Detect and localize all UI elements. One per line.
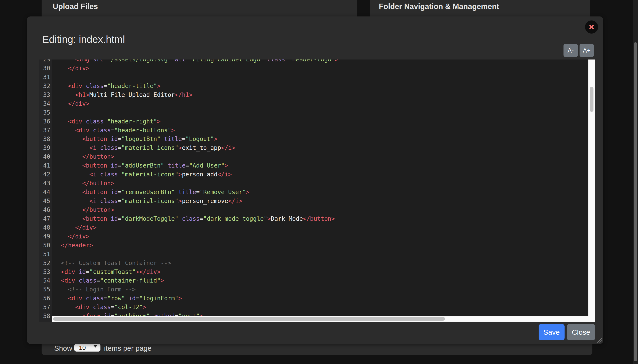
edit-file-modal: Editing: index.html A- A+ 29303132333435… bbox=[27, 16, 603, 344]
code-line: <div class="header-right"> bbox=[54, 117, 338, 126]
line-number: 41 bbox=[39, 161, 50, 170]
code-line bbox=[54, 108, 338, 117]
code-line: <button id="darkModeToggle" class="dark-… bbox=[54, 214, 338, 223]
upload-files-panel-header: Upload Files bbox=[42, 0, 357, 16]
folder-nav-panel-header: Folder Navigation & Management bbox=[370, 0, 590, 16]
code-line: <button id="removeUserBtn" title="Remove… bbox=[54, 188, 338, 197]
code-line: <img src="/assets/logo.svg" alt="Filing … bbox=[54, 60, 338, 64]
code-line: </button> bbox=[54, 206, 338, 214]
upload-files-title: Upload Files bbox=[53, 2, 98, 11]
editor-vscrollbar-track[interactable] bbox=[588, 60, 595, 322]
editor-vscrollbar-thumb[interactable] bbox=[590, 87, 594, 112]
line-number: 49 bbox=[39, 232, 50, 241]
close-button[interactable]: Close bbox=[567, 324, 595, 340]
line-number: 37 bbox=[39, 126, 50, 135]
code-editor[interactable]: 2930313233343536373839404142434445464748… bbox=[39, 60, 595, 322]
code-line: <div id="customToast"></div> bbox=[54, 268, 338, 276]
line-number: 43 bbox=[39, 179, 50, 188]
code-line: </header> bbox=[54, 241, 338, 250]
code-line: <i class="material-icons">exit_to_app</i… bbox=[54, 144, 338, 152]
code-line: </div> bbox=[54, 223, 338, 232]
code-line: </div> bbox=[54, 232, 338, 241]
line-numbers: 2930313233343536373839404142434445464748… bbox=[39, 60, 50, 320]
code-line: <button id="logoutBtn" title="Logout"> bbox=[54, 135, 338, 144]
code-line: </button> bbox=[54, 152, 338, 161]
code-line: <!-- Login Form --> bbox=[54, 285, 338, 294]
code-line: <div class="row" id="loginForm"> bbox=[54, 294, 338, 303]
line-number: 38 bbox=[39, 135, 50, 144]
page-scrollbar-thumb[interactable] bbox=[634, 42, 637, 361]
code-content[interactable]: <img src="/assets/logo.svg" alt="Filing … bbox=[54, 60, 338, 320]
code-line: </div> bbox=[54, 64, 338, 73]
code-line: <h1>Multi File Upload Editor</h1> bbox=[54, 90, 338, 100]
show-label: Show bbox=[54, 344, 72, 352]
line-number: 33 bbox=[39, 90, 50, 100]
items-per-page-label: items per page bbox=[104, 344, 152, 352]
line-number: 56 bbox=[39, 294, 50, 303]
line-number: 29 bbox=[39, 60, 50, 64]
line-number: 52 bbox=[39, 259, 50, 268]
line-number: 55 bbox=[39, 285, 50, 294]
line-number: 30 bbox=[39, 64, 50, 73]
code-line bbox=[54, 73, 338, 82]
line-number: 31 bbox=[39, 73, 50, 82]
font-increase-button[interactable]: A+ bbox=[580, 44, 594, 57]
folder-nav-title: Folder Navigation & Management bbox=[379, 2, 499, 11]
code-line: <div class="header-title"> bbox=[54, 82, 338, 90]
modal-close-button[interactable] bbox=[585, 20, 598, 34]
select-dropdown-arrow-icon bbox=[93, 345, 98, 348]
line-number: 53 bbox=[39, 268, 50, 276]
line-number: 54 bbox=[39, 276, 50, 285]
resize-grip-icon[interactable] bbox=[597, 338, 602, 343]
line-number: 35 bbox=[39, 108, 50, 117]
code-line: <div class="col-12"> bbox=[54, 303, 338, 312]
code-line: <div class="container-fluid"> bbox=[54, 276, 338, 285]
line-number: 58 bbox=[39, 312, 50, 320]
line-number: 39 bbox=[39, 144, 50, 152]
code-line: <i class="material-icons">person_add</i> bbox=[54, 170, 338, 179]
line-number: 46 bbox=[39, 206, 50, 214]
items-per-page-select[interactable]: 10 bbox=[74, 344, 100, 352]
page-scrollbar-track[interactable] bbox=[633, 0, 638, 364]
items-per-page-value: 10 bbox=[79, 344, 86, 351]
code-line: </div> bbox=[54, 100, 338, 108]
code-line: <button id="addUserBtn" title="Add User"… bbox=[54, 161, 338, 170]
line-number: 47 bbox=[39, 214, 50, 223]
line-number: 32 bbox=[39, 82, 50, 90]
line-number: 48 bbox=[39, 223, 50, 232]
editor-hscrollbar-thumb[interactable] bbox=[53, 317, 445, 321]
line-number: 51 bbox=[39, 250, 50, 259]
line-number: 57 bbox=[39, 303, 50, 312]
line-number: 50 bbox=[39, 241, 50, 250]
code-line: <div class="header-buttons"> bbox=[54, 126, 338, 135]
code-line: </button> bbox=[54, 179, 338, 188]
line-number: 44 bbox=[39, 188, 50, 197]
line-number: 36 bbox=[39, 117, 50, 126]
line-number: 34 bbox=[39, 100, 50, 108]
code-line: <i class="material-icons">person_remove<… bbox=[54, 197, 338, 206]
save-button[interactable]: Save bbox=[538, 324, 564, 340]
line-number: 45 bbox=[39, 197, 50, 206]
editor-hscrollbar-track[interactable] bbox=[52, 316, 595, 322]
line-number: 40 bbox=[39, 152, 50, 161]
modal-title: Editing: index.html bbox=[42, 34, 125, 45]
font-decrease-button[interactable]: A- bbox=[564, 44, 578, 57]
gutter-divider bbox=[52, 60, 52, 322]
code-line: <!-- Custom Toast Container --> bbox=[54, 259, 338, 268]
code-line bbox=[54, 250, 338, 259]
line-number: 42 bbox=[39, 170, 50, 179]
